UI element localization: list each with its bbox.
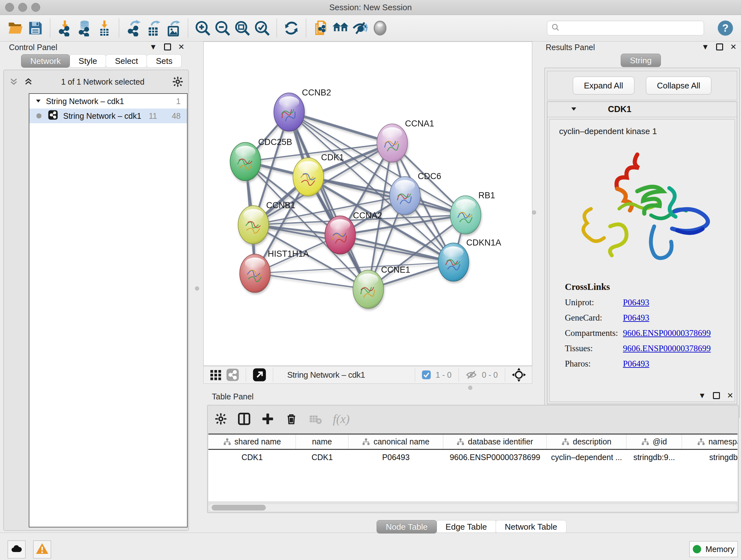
export-table-button[interactable] (144, 18, 163, 38)
right-divider-handle[interactable] (532, 210, 536, 214)
tab-string[interactable]: String (621, 54, 661, 67)
column-header-canonical-name[interactable]: canonical name (348, 435, 443, 449)
network-options-gear-icon[interactable] (172, 76, 183, 87)
table-panel-float-icon[interactable] (713, 392, 720, 399)
control-panel-float-icon[interactable] (164, 44, 171, 51)
show-welcome-button[interactable] (331, 18, 350, 38)
crosslink-link[interactable]: P06493 (623, 298, 650, 307)
network-canvas[interactable]: CCNB2CCNA1CDC25BCDK1CDC6RB1CCNB1CCNA2CDK… (203, 42, 532, 366)
table-panel-menu-icon[interactable]: ▼ (698, 392, 706, 399)
edge-CCNE1-HIST1H1A[interactable] (255, 273, 368, 289)
column-header-database-identifier[interactable]: database identifier (443, 435, 547, 449)
results-panel-close-icon[interactable]: ✕ (730, 43, 737, 51)
save-session-button[interactable] (25, 18, 45, 38)
open-session-button[interactable] (6, 18, 25, 38)
import-network-file-button[interactable] (55, 18, 75, 38)
zoom-fit-button[interactable] (232, 18, 252, 38)
node-CCNA1[interactable] (377, 124, 408, 162)
warnings-button[interactable] (33, 541, 51, 558)
node-CCNE1[interactable] (353, 270, 384, 308)
tab-style[interactable]: Style (69, 54, 106, 68)
table-options-gear-icon[interactable] (215, 413, 227, 425)
expand-all-networks-icon[interactable] (23, 77, 33, 86)
edge-CCNB2-CCNE1[interactable] (289, 112, 368, 289)
crosslink-link[interactable]: P06493 (623, 359, 650, 368)
show-columns-icon[interactable] (238, 413, 251, 425)
export-network-button[interactable] (124, 18, 144, 38)
zoom-in-button[interactable] (193, 18, 212, 38)
selected-checkbox-icon[interactable] (420, 370, 433, 380)
network-collection-row[interactable]: String Network – cdk1 1 (29, 94, 187, 109)
crosslink-label: Uniprot: (565, 298, 623, 307)
delete-column-icon[interactable] (285, 413, 298, 425)
crosslink-row: GeneCard:P06493 (565, 313, 711, 323)
node-label-CCNA1: CCNA1 (405, 119, 434, 128)
node-RB1[interactable] (450, 196, 481, 234)
import-network-database-button[interactable] (75, 18, 94, 38)
column-header-description[interactable]: description (547, 435, 626, 449)
zoom-out-button[interactable] (212, 18, 232, 38)
collection-expand-icon[interactable] (35, 97, 42, 106)
window-zoom-button[interactable] (31, 3, 40, 12)
tab-sets[interactable]: Sets (146, 54, 182, 68)
string-view-icon[interactable] (224, 368, 241, 381)
entry-collapse-icon[interactable] (570, 105, 577, 114)
birdseye-grid-icon[interactable] (207, 368, 224, 381)
node-CDC6[interactable] (390, 177, 420, 215)
node-HIST1H1A[interactable] (240, 254, 270, 293)
collapse-all-networks-icon[interactable] (9, 77, 18, 86)
open-in-browser-icon[interactable] (251, 368, 268, 382)
node-CCNB1[interactable] (238, 206, 269, 244)
tab-node-table[interactable]: Node Table (377, 520, 437, 534)
column-header-shared-name[interactable]: shared name (208, 435, 296, 449)
crosslink-link[interactable]: 9606.ENSP00000378699 (623, 344, 711, 353)
import-table-file-button[interactable] (94, 18, 114, 38)
render-mode-button[interactable] (370, 18, 390, 38)
hide-graphics-details-button[interactable] (350, 18, 370, 38)
search-input[interactable] (563, 23, 700, 33)
table-hscroll-thumb[interactable] (212, 505, 266, 510)
column-header--id[interactable]: @id (626, 435, 682, 449)
network-graph[interactable]: CCNB2CCNA1CDC25BCDK1CDC6RB1CCNB1CCNA2CDK… (204, 42, 532, 366)
node-CDKN1A[interactable] (438, 243, 469, 281)
memory-button[interactable]: Memory (689, 541, 738, 557)
bottom-divider-handle[interactable] (468, 386, 472, 390)
node-CDC25B[interactable] (230, 142, 261, 181)
control-panel-close-icon[interactable]: ✕ (178, 43, 185, 51)
node-CDK1[interactable] (293, 158, 324, 196)
tab-network-table[interactable]: Network Table (495, 520, 566, 534)
export-image-button[interactable] (163, 18, 183, 38)
table-hscrollbar[interactable] (208, 504, 738, 511)
cdk1-entry-header[interactable]: CDK1 (547, 102, 737, 117)
node-CCNA2[interactable] (325, 216, 355, 254)
apply-layout-button[interactable] (281, 18, 301, 38)
column-header-namespace[interactable]: namespace (682, 435, 738, 449)
table-panel-close-icon[interactable]: ✕ (727, 392, 733, 399)
column-header-name[interactable]: name (296, 435, 348, 449)
tab-edge-table[interactable]: Edge Table (436, 520, 496, 534)
results-panel-menu-icon[interactable]: ▼ (701, 43, 709, 51)
cloud-service-button[interactable] (8, 541, 25, 558)
results-panel-float-icon[interactable] (716, 44, 723, 51)
window-close-button[interactable] (5, 3, 14, 12)
crosslink-link[interactable]: 9606.ENSP00000378699 (623, 328, 711, 338)
search-box[interactable] (547, 21, 704, 36)
table-row[interactable]: CDK1CDK1P064939606.ENSP00000378699cyclin… (208, 450, 738, 464)
collapse-all-button[interactable]: Collapse All (646, 77, 712, 95)
tab-network[interactable]: Network (21, 54, 70, 68)
control-panel-menu-icon[interactable]: ▼ (149, 43, 157, 51)
zoom-selected-button[interactable] (252, 18, 272, 38)
expand-all-button[interactable]: Expand All (573, 77, 634, 95)
window-minimize-button[interactable] (18, 3, 27, 12)
left-divider-handle[interactable] (195, 287, 199, 291)
network-row[interactable]: String Network – cdk1 11 48 (29, 109, 187, 123)
node-CCNB2[interactable] (274, 93, 305, 131)
node-label-CCNE1: CCNE1 (381, 265, 410, 274)
pan-crosshair-icon[interactable] (510, 368, 528, 382)
add-column-icon[interactable] (261, 413, 274, 425)
help-button[interactable]: ? (716, 18, 735, 38)
edge-CCNB2-CCNA1[interactable] (289, 112, 392, 143)
crosslink-link[interactable]: P06493 (623, 313, 650, 322)
tab-select[interactable]: Select (106, 54, 147, 68)
clone-network-button[interactable] (311, 18, 331, 38)
